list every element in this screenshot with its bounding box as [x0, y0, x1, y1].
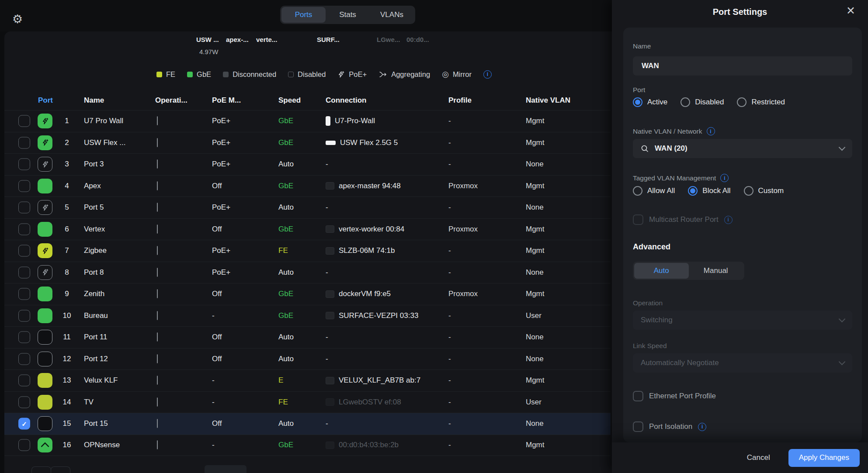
- apply-changes-button[interactable]: Apply Changes: [788, 449, 860, 467]
- column-header-1[interactable]: Name: [84, 96, 104, 105]
- info-icon[interactable]: i: [724, 216, 733, 224]
- table-row[interactable]: ✓ 16 OPNsense - GbE 00:d0:b4:03:be:2b - …: [4, 435, 611, 456]
- poe-mode: Off: [212, 355, 222, 363]
- info-icon[interactable]: i: [698, 423, 706, 431]
- pagination-page-button[interactable]: [205, 465, 247, 473]
- row-checkbox[interactable]: ✓: [18, 266, 30, 278]
- connection-device-icon: [326, 312, 334, 319]
- tagged-vlan-label-text: Tagged VLAN Management: [633, 174, 716, 182]
- poe-mode: PoE+: [212, 138, 230, 147]
- poe-mode: PoE+: [212, 246, 230, 255]
- native-vlan-value: Mgmt: [526, 138, 545, 147]
- row-checkbox[interactable]: ✓: [18, 202, 30, 214]
- port-status-icon: [38, 222, 52, 237]
- gear-icon[interactable]: ⚙: [12, 13, 23, 25]
- port-number: 4: [59, 182, 74, 190]
- row-checkbox[interactable]: ✓: [18, 223, 30, 235]
- port-number: 5: [59, 203, 74, 212]
- radio-icon: [744, 186, 753, 196]
- port-number: 8: [59, 268, 74, 277]
- table-row[interactable]: ✓ 8 Port 8 PoE+ Auto - - None: [4, 262, 611, 283]
- close-icon[interactable]: ✕: [846, 5, 855, 16]
- table-row[interactable]: ✓ 2 USW Flex ... PoE+ GbE USW Flex 2.5G …: [4, 132, 611, 154]
- info-icon[interactable]: i: [707, 127, 715, 135]
- tab-ports[interactable]: Ports: [281, 7, 326, 23]
- ethernet-profile-checkbox[interactable]: [633, 391, 643, 401]
- table-row[interactable]: ✓ 5 Port 5 PoE+ Auto - - None: [4, 197, 611, 218]
- column-header-0[interactable]: Port: [38, 96, 53, 105]
- table-row[interactable]: ✓ 11 Port 11 Off Auto - - None: [4, 326, 611, 348]
- port-status-option-restricted[interactable]: Restricted: [737, 97, 785, 107]
- table-row[interactable]: ✓ 3 Port 3 PoE+ Auto - - None: [4, 153, 611, 175]
- row-checkbox[interactable]: ✓: [18, 159, 30, 170]
- row-checkbox[interactable]: ✓: [18, 375, 30, 387]
- tagged-vlan-option-custom[interactable]: Custom: [744, 186, 784, 196]
- native-vlan-selected-value: WAN (20): [655, 144, 687, 153]
- table-row[interactable]: ✓ 15 Port 15 Off Auto - - None: [4, 413, 611, 435]
- table-row[interactable]: ✓ 12 Port 12 Off Auto - - None: [4, 348, 611, 370]
- operation-select[interactable]: Switching: [633, 311, 852, 330]
- port-status-icon: [38, 287, 52, 301]
- column-header-7[interactable]: Native VLAN: [526, 96, 570, 105]
- port-status-option-active[interactable]: Active: [633, 97, 667, 107]
- name-input[interactable]: WAN: [633, 56, 852, 76]
- port-status-option-disabled[interactable]: Disabled: [681, 97, 724, 107]
- row-checkbox[interactable]: ✓: [18, 137, 30, 148]
- legend-item-aggregating: Aggregating: [378, 70, 430, 79]
- tagged-vlan-option-allow-all[interactable]: Allow All: [633, 186, 675, 196]
- row-checkbox[interactable]: ✓: [18, 288, 30, 300]
- row-checkbox[interactable]: ✓: [18, 115, 30, 127]
- tab-stats[interactable]: Stats: [326, 7, 370, 23]
- multicast-router-port-row: Multicast Router Port i: [633, 214, 733, 225]
- legend-label: FE: [166, 70, 175, 79]
- table-row[interactable]: ✓ 7 Zigbee PoE+ FE SLZB-06M 74:1b - Mgmt: [4, 240, 611, 262]
- table-row[interactable]: ✓ 9 Zenith Off GbE dockerVM f9:e5 Proxmo…: [4, 283, 611, 305]
- legend-label: PoE+: [349, 70, 367, 79]
- column-header-6[interactable]: Profile: [448, 96, 472, 105]
- poe-mode: Off: [212, 419, 222, 428]
- legend-info-icon[interactable]: i: [483, 70, 492, 79]
- row-checkbox[interactable]: ✓: [18, 245, 30, 257]
- device-icon: [157, 332, 158, 342]
- mode-tab-auto[interactable]: Auto: [634, 263, 689, 279]
- radio-icon: [737, 97, 746, 107]
- info-icon[interactable]: i: [720, 174, 729, 182]
- column-header-3[interactable]: PoE M...: [212, 96, 241, 105]
- table-row[interactable]: ✓ 13 Velux KLF - E VELUX_KLF_AB7B ab:7 -…: [4, 369, 611, 391]
- port-isolation-checkbox[interactable]: [633, 421, 643, 432]
- multicast-checkbox[interactable]: [633, 214, 643, 225]
- tagged-vlan-option-block-all[interactable]: Block All: [688, 186, 730, 196]
- row-checkbox[interactable]: ✓: [18, 310, 30, 321]
- native-vlan-select[interactable]: WAN (20): [633, 139, 852, 158]
- port-name: Port 8: [84, 268, 104, 277]
- tab-vlans[interactable]: VLANs: [370, 7, 414, 23]
- mode-tab-manual[interactable]: Manual: [689, 263, 743, 279]
- row-checkbox[interactable]: ✓: [18, 396, 30, 408]
- device-icon: [157, 224, 158, 234]
- device-icon: [157, 397, 158, 407]
- row-checkbox[interactable]: ✓: [18, 331, 30, 343]
- radio-icon: [633, 97, 642, 107]
- column-header-4[interactable]: Speed: [278, 96, 301, 105]
- row-checkbox[interactable]: ✓: [18, 418, 30, 430]
- port-status-icon: [38, 308, 52, 323]
- legend-swatch: [187, 72, 193, 77]
- table-row[interactable]: ✓ 10 Bureau - GbE SURFACE-VEZPI 03:33 - …: [4, 305, 611, 327]
- link-speed-select[interactable]: Automatically Negotiate: [633, 353, 852, 373]
- device-icon: [157, 246, 158, 255]
- connection-name: SLZB-06M 74:1b: [339, 246, 395, 255]
- column-header-5[interactable]: Connection: [326, 96, 367, 105]
- connection-name: -: [326, 160, 328, 169]
- table-row[interactable]: ✓ 1 U7 Pro Wall PoE+ GbE U7-Pro-Wall - M…: [4, 110, 611, 132]
- row-checkbox[interactable]: ✓: [18, 439, 30, 451]
- legend-item-mirror: ◎Mirror: [442, 70, 472, 79]
- table-row[interactable]: ✓ 6 Vertex Off GbE vertex-worker 00:84 P…: [4, 218, 611, 240]
- table-row[interactable]: ✓ 14 TV - FE LGwebOSTV ef:08 - User: [4, 391, 611, 413]
- row-checkbox[interactable]: ✓: [18, 353, 30, 365]
- row-checkbox[interactable]: ✓: [18, 180, 30, 192]
- cancel-button[interactable]: Cancel: [747, 453, 770, 462]
- column-header-2[interactable]: Operati...: [155, 96, 187, 105]
- pagination-prev-next[interactable]: [31, 466, 70, 473]
- table-row[interactable]: ✓ 4 Apex Off GbE apex-master 94:48 Proxm…: [4, 175, 611, 197]
- speed-value: Auto: [278, 203, 294, 212]
